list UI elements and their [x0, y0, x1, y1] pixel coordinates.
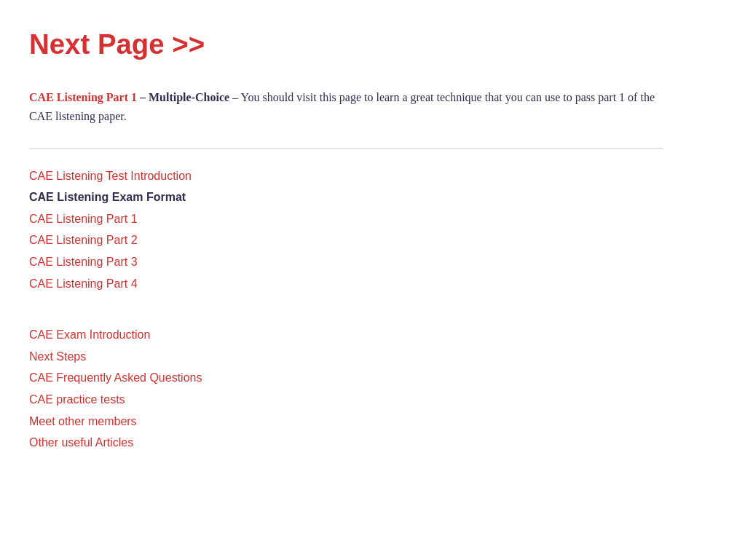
- nav-link[interactable]: Next Steps: [29, 347, 724, 366]
- nav-link[interactable]: CAE Listening Part 1: [29, 210, 724, 229]
- nav-link[interactable]: CAE practice tests: [29, 390, 724, 409]
- nav-link[interactable]: CAE Listening Test Introduction: [29, 167, 724, 186]
- nav-link[interactable]: CAE Exam Introduction: [29, 326, 724, 344]
- spacer: [29, 311, 724, 326]
- nav-link[interactable]: CAE Listening Part 2: [29, 231, 724, 250]
- nav-link[interactable]: CAE Listening Exam Format: [29, 188, 724, 207]
- nav-link[interactable]: CAE Listening Part 4: [29, 275, 724, 293]
- intro-link[interactable]: CAE Listening Part 1: [29, 91, 137, 103]
- nav-section-2: CAE Exam IntroductionNext StepsCAE Frequ…: [29, 326, 724, 452]
- nav-link[interactable]: CAE Listening Part 3: [29, 253, 724, 272]
- section-divider: [29, 148, 663, 149]
- nav-link[interactable]: CAE Frequently Asked Questions: [29, 368, 724, 387]
- nav-link[interactable]: Meet other members: [29, 412, 724, 431]
- intro-bold-suffix: – Multiple-Choice: [137, 91, 229, 103]
- intro-paragraph: CAE Listening Part 1 – Multiple-Choice –…: [29, 88, 663, 125]
- nav-link[interactable]: Other useful Articles: [29, 433, 724, 452]
- nav-section-1: CAE Listening Test IntroductionCAE Liste…: [29, 167, 724, 293]
- page-title: Next Page >>: [29, 22, 724, 66]
